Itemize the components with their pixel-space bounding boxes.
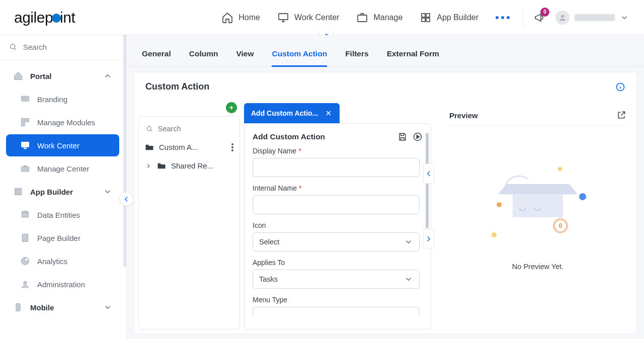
- top-right: 0: [523, 8, 629, 28]
- svg-rect-1: [358, 15, 367, 22]
- form-card: Add Custom Action Display Name* Intern: [244, 123, 431, 329]
- svg-rect-13: [22, 142, 29, 147]
- empty-count-badge: 0: [553, 218, 568, 233]
- applies-to-select[interactable]: Tasks: [253, 270, 420, 289]
- monitor-icon: [20, 140, 30, 150]
- svg-rect-22: [22, 212, 28, 217]
- sidebar-item-label: Branding: [37, 95, 67, 104]
- svg-rect-9: [23, 98, 25, 99]
- sidebar-search[interactable]: [0, 35, 126, 60]
- sidebar-scrollbar[interactable]: [123, 35, 126, 267]
- sidebar-item-label: Page Builder: [37, 234, 80, 242]
- icon-select[interactable]: Select: [253, 232, 420, 251]
- preview-header: Preview: [448, 105, 627, 126]
- monitor-icon: [277, 12, 289, 24]
- search-icon: [146, 125, 153, 133]
- svg-rect-17: [15, 188, 18, 191]
- nav-app-builder[interactable]: App Builder: [420, 12, 478, 24]
- modules-icon: [20, 117, 30, 127]
- form-body: Display Name* Internal Name* Icon Select: [253, 147, 423, 316]
- collapse-left-button[interactable]: [423, 163, 434, 184]
- chevron-down-icon: [404, 237, 413, 246]
- briefcase-icon: [20, 163, 30, 174]
- select-value: Select: [259, 238, 279, 246]
- sidebar-item-app-builder[interactable]: App Builder: [6, 181, 119, 203]
- chevron-right-icon: [145, 162, 152, 170]
- chevron-left-icon: [424, 169, 433, 178]
- sidebar: Portal Branding Manage Modules Work Cent…: [0, 35, 127, 339]
- field-internal-name: Internal Name*: [253, 184, 420, 214]
- more-icon: [496, 16, 510, 19]
- sidebar-search-input[interactable]: [23, 43, 117, 51]
- sidebar-item-data-entities[interactable]: Data Entities: [6, 204, 119, 226]
- notifications-button[interactable]: 0: [533, 12, 545, 24]
- svg-rect-15: [22, 167, 29, 172]
- sidebar-group: Portal Branding Manage Modules Work Cent…: [0, 60, 126, 318]
- field-icon: Icon Select: [253, 221, 420, 251]
- svg-point-30: [231, 146, 233, 148]
- tree-node-label: Shared Re...: [171, 161, 213, 170]
- sidebar-item-page-builder[interactable]: Page Builder: [6, 227, 119, 249]
- sidebar-item-portal[interactable]: Portal: [6, 65, 119, 87]
- sidebar-item-work-center[interactable]: Work Center: [6, 134, 119, 156]
- user-menu[interactable]: [555, 11, 629, 25]
- tab-view[interactable]: View: [236, 44, 254, 66]
- tabs: General Column View Custom Action Filter…: [127, 35, 644, 67]
- sidebar-item-label: Work Center: [37, 141, 79, 150]
- tree-search[interactable]: [143, 122, 235, 138]
- folder-icon: [145, 144, 154, 151]
- user-name: [575, 14, 615, 21]
- tree-card: Custom A... Shared Re...: [138, 116, 240, 329]
- sidebar-item-manage-modules[interactable]: Manage Modules: [6, 111, 119, 133]
- mobile-icon: [13, 302, 23, 312]
- svg-rect-4: [422, 18, 425, 22]
- menu-type-select[interactable]: [253, 307, 420, 316]
- nav-home-label: Home: [238, 13, 260, 22]
- sidebar-item-mobile[interactable]: Mobile: [6, 296, 119, 318]
- field-label: Internal Name*: [253, 184, 420, 192]
- form-header: Add Custom Action: [253, 132, 423, 142]
- nav-more[interactable]: [496, 16, 510, 19]
- svg-rect-10: [22, 119, 25, 122]
- info-icon[interactable]: [615, 82, 625, 92]
- nav-home[interactable]: Home: [221, 12, 260, 24]
- tab-general[interactable]: General: [142, 44, 171, 66]
- pie-chart-icon: [20, 256, 30, 266]
- add-button[interactable]: [226, 102, 237, 113]
- plus-icon: [228, 105, 234, 111]
- tab-custom-action[interactable]: Custom Action: [272, 44, 327, 67]
- sidebar-item-administration[interactable]: Administration: [6, 273, 119, 295]
- close-icon[interactable]: [325, 109, 333, 117]
- nav-manage[interactable]: Manage: [356, 12, 403, 24]
- tree-node-shared-resources[interactable]: Shared Re...: [143, 156, 235, 175]
- sidebar-item-manage-center[interactable]: Manage Center: [6, 157, 119, 180]
- nav-work-center[interactable]: Work Center: [277, 12, 340, 24]
- grid-icon: [13, 187, 23, 197]
- field-applies-to: Applies To Tasks: [253, 259, 420, 289]
- tree-search-input[interactable]: [158, 125, 232, 133]
- svg-rect-23: [22, 234, 28, 242]
- kebab-icon[interactable]: [231, 143, 233, 151]
- run-icon[interactable]: [413, 132, 423, 142]
- form-tab: Add Custom Actio...: [244, 103, 340, 123]
- logo-text-b: int: [60, 9, 75, 26]
- internal-name-input[interactable]: [253, 195, 420, 214]
- save-icon[interactable]: [397, 132, 408, 142]
- svg-point-25: [24, 281, 27, 285]
- logo: agilep int: [14, 9, 75, 26]
- svg-rect-0: [279, 14, 288, 20]
- sidebar-item-analytics[interactable]: Analytics: [6, 250, 119, 272]
- empty-illustration: ◡ ◡ 0: [482, 162, 593, 252]
- preview-empty-text: No Preview Yet.: [512, 263, 564, 271]
- tab-column[interactable]: Column: [189, 44, 218, 66]
- sidebar-item-branding[interactable]: Branding: [6, 88, 119, 110]
- form-panel: Add Custom Actio... Add Custom Action: [244, 103, 431, 329]
- open-external-icon[interactable]: [616, 110, 626, 120]
- tab-external-form[interactable]: External Form: [387, 44, 439, 66]
- field-menu-type: Menu Type: [253, 296, 420, 316]
- chevron-down-icon: [620, 13, 629, 22]
- tree-node-custom-actions[interactable]: Custom A...: [143, 138, 235, 156]
- tab-filters[interactable]: Filters: [345, 44, 369, 66]
- display-name-input[interactable]: [253, 158, 420, 177]
- collapse-right-button[interactable]: [423, 229, 434, 249]
